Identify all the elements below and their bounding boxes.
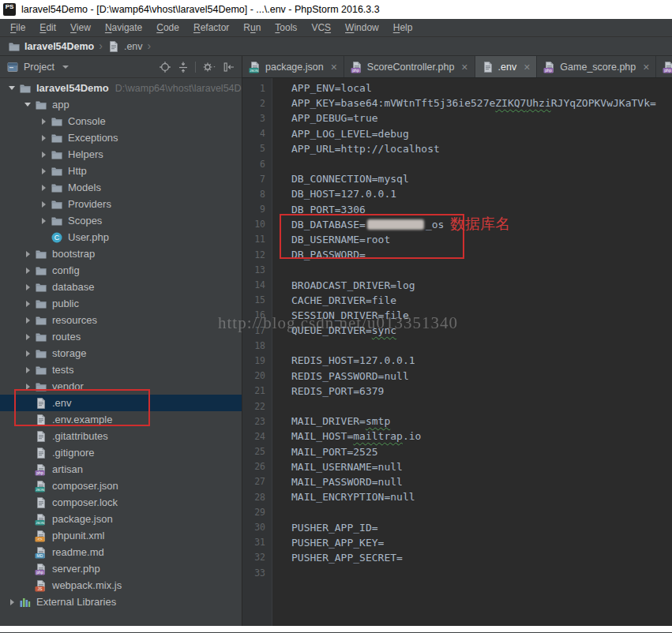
line-text[interactable]: APP_ENV=local [272, 82, 372, 94]
line-text[interactable]: REDIS_HOST=127.0.0.1 [272, 354, 415, 366]
line-text[interactable]: PUSHER_APP_SECRET= [272, 552, 403, 564]
chevron-collapsed-icon[interactable] [36, 168, 51, 174]
line-text[interactable]: BROADCAST_DRIVER=log [272, 279, 415, 291]
line-text[interactable]: DB_DATABASE=_os [272, 219, 444, 230]
line-text[interactable]: SESSION_DRIVER=file [272, 309, 409, 321]
chevron-collapsed-icon[interactable] [36, 201, 51, 208]
close-icon[interactable]: × [643, 62, 649, 73]
tree-item-storage[interactable]: storage [0, 345, 242, 361]
tree-item-exceptions[interactable]: Exceptions [0, 129, 242, 146]
tree-item-config[interactable]: config [0, 262, 242, 279]
tree-item-laravel54demo[interactable]: laravel54DemoD:\wamp64\vhost\laravel54De… [0, 80, 242, 96]
tree-item-helpers[interactable]: Helpers [0, 146, 242, 163]
tree-item-providers[interactable]: Providers [0, 196, 242, 212]
line-text[interactable]: APP_KEY=base64:mVWtnTft5j36ie527eZIKQ7Uh… [272, 97, 656, 109]
chevron-collapsed-icon[interactable] [21, 317, 35, 324]
menu-item-navigate[interactable]: Navigate [98, 22, 149, 33]
chevron-collapsed-icon[interactable] [5, 599, 19, 605]
close-icon[interactable]: × [524, 62, 530, 73]
locate-icon[interactable] [159, 61, 171, 73]
tab-package-json[interactable]: JSONpackage.json× [242, 56, 344, 77]
tree-item-app[interactable]: app [0, 96, 242, 113]
chevron-collapsed-icon[interactable] [21, 268, 35, 274]
menu-item-window[interactable]: Window [338, 22, 386, 33]
chevron-collapsed-icon[interactable] [36, 185, 51, 191]
tree-item-phpunit-xml[interactable]: <>phpunit.xml [0, 527, 242, 544]
close-icon[interactable]: × [331, 62, 337, 73]
line-text[interactable]: REDIS_PORT=6379 [272, 385, 384, 397]
hide-panel-icon[interactable] [223, 61, 235, 73]
line-text[interactable]: DB_USERNAME=root [272, 234, 390, 245]
tree-item-webpack-mix-js[interactable]: JSwebpack.mix.js [0, 577, 242, 594]
collapse-all-icon[interactable] [177, 61, 190, 73]
tree-item-tests[interactable]: tests [0, 361, 242, 378]
tree-item-env-example[interactable]: .env.example [0, 411, 242, 428]
tab-partial[interactable]: php [656, 56, 672, 77]
chevron-expanded-icon[interactable] [21, 103, 35, 107]
line-text[interactable]: DB_HOST=127.0.0.1 [272, 188, 396, 200]
tree-item-env[interactable]: .env [0, 395, 242, 411]
chevron-collapsed-icon[interactable] [21, 384, 35, 390]
line-text[interactable]: PUSHER_APP_KEY= [272, 537, 384, 549]
line-text[interactable]: DB_PORT=3306 [272, 204, 366, 215]
breadcrumb-item-env[interactable]: .env [107, 40, 143, 53]
chevron-expanded-icon[interactable] [5, 86, 19, 90]
line-text[interactable]: MAIL_PASSWORD=null [272, 476, 403, 488]
tree-item-http[interactable]: Http [0, 163, 242, 179]
line-text[interactable]: APP_DEBUG=true [272, 112, 378, 124]
tree-item-vendor[interactable]: vendor [0, 378, 242, 395]
tree-item-package-json[interactable]: JSONpackage.json [0, 511, 242, 527]
line-text[interactable]: REDIS_PASSWORD=null [272, 370, 409, 382]
tree-item-server-php[interactable]: phpserver.php [0, 560, 242, 577]
menu-item-refactor[interactable]: Refactor [186, 22, 236, 33]
chevron-collapsed-icon[interactable] [21, 350, 35, 357]
tree-item-database[interactable]: database [0, 279, 242, 295]
tree-item-readme-md[interactable]: MDreadme.md [0, 544, 242, 560]
chevron-collapsed-icon[interactable] [21, 284, 35, 290]
tree-item-composer-lock[interactable]: composer.lock [0, 494, 242, 511]
line-text[interactable]: MAIL_USERNAME=null [272, 461, 403, 473]
tree-item-artisan[interactable]: phpartisan [0, 461, 242, 478]
menu-item-help[interactable]: Help [386, 22, 420, 33]
tree-item-console[interactable]: Console [0, 113, 242, 129]
line-text[interactable]: CACHE_DRIVER=file [272, 294, 396, 306]
line-text[interactable]: MAIL_HOST=mailtrap.io [272, 430, 421, 442]
tab-env[interactable]: .env× [475, 56, 538, 77]
tree-item-gitattributes[interactable]: .gitattributes [0, 428, 242, 444]
menu-item-edit[interactable]: Edit [32, 22, 63, 33]
breadcrumb-item-laravel54demo[interactable]: laravel54Demo [8, 40, 94, 53]
chevron-collapsed-icon[interactable] [21, 251, 35, 257]
line-text[interactable]: DB_PASSWORD= [272, 249, 366, 260]
menu-item-run[interactable]: Run [236, 22, 268, 33]
chevron-collapsed-icon[interactable] [36, 152, 51, 158]
menu-item-file[interactable]: File [3, 22, 32, 33]
tree-item-public[interactable]: public [0, 295, 242, 312]
tree-item-gitignore[interactable]: .gitignore [0, 444, 242, 461]
menu-item-code[interactable]: Code [149, 22, 186, 33]
line-text[interactable]: PUSHER_APP_ID= [272, 522, 378, 534]
tree-item-user-php[interactable]: CUser.php [0, 229, 242, 245]
close-icon[interactable]: × [461, 62, 467, 73]
tab-scorecontroller-php[interactable]: phpScoreController.php× [344, 56, 475, 77]
tree-item-bootstrap[interactable]: bootstrap [0, 245, 242, 262]
chevron-collapsed-icon[interactable] [36, 118, 51, 125]
gear-icon[interactable] [201, 61, 217, 73]
line-text[interactable]: MAIL_PORT=2525 [272, 446, 378, 458]
chevron-collapsed-icon[interactable] [21, 367, 35, 373]
menu-item-vcs[interactable]: VCS [304, 22, 338, 33]
tree-item-routes[interactable]: routes [0, 328, 242, 345]
tree-item-resources[interactable]: resources [0, 312, 242, 328]
chevron-collapsed-icon[interactable] [36, 135, 51, 141]
project-tool-button[interactable]: Project [6, 61, 69, 73]
menu-item-tools[interactable]: Tools [268, 22, 304, 33]
tab-game-score-php[interactable]: phpGame_score.php× [537, 56, 656, 77]
chevron-collapsed-icon[interactable] [21, 334, 35, 340]
tree-item-models[interactable]: Models [0, 179, 242, 196]
tree-item-external-libraries[interactable]: External Libraries [0, 594, 242, 610]
line-text[interactable]: MAIL_DRIVER=smtp [272, 415, 390, 427]
menu-item-view[interactable]: View [63, 22, 98, 33]
line-text[interactable]: QUEUE_DRIVER=sync [272, 324, 396, 336]
chevron-collapsed-icon[interactable] [21, 301, 35, 307]
line-text[interactable]: APP_LOG_LEVEL=debug [272, 128, 409, 140]
line-text[interactable]: MAIL_ENCRYPTION=null [272, 491, 415, 503]
